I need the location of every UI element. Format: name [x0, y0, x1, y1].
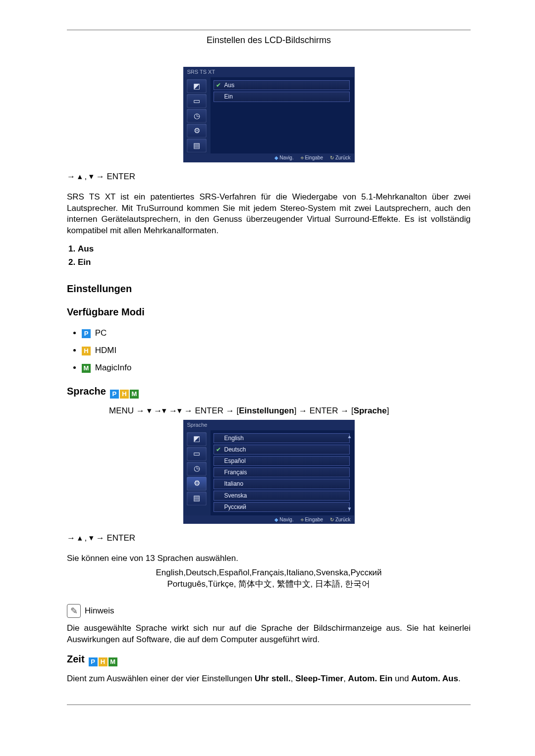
top-rule: [67, 30, 471, 30]
osd-main: ✔English ✔Deutsch ✔Español ✔Français ✔It…: [211, 430, 355, 515]
osd-option: ✔Español: [214, 456, 350, 466]
chip-p-icon: P: [82, 329, 91, 338]
mode-item: P PC: [82, 328, 471, 339]
languages-line: Português,Türkçe, 简体中文, 繁體中文, 日本語, 한국어: [67, 579, 471, 590]
chip-p-icon: P: [89, 657, 98, 666]
srs-option-list: Aus Ein: [67, 244, 471, 268]
zeit-text: Dient zum Auswählen einer der vier Einst…: [67, 673, 471, 685]
osd-srs: SRS TS XT ◩ ▭ ◷ ⚙ ▤ ✔ Aus ✔ Ein ◆ N: [183, 67, 355, 162]
card-icon: ▤: [187, 139, 207, 152]
hinweis-label: Hinweis: [85, 605, 114, 617]
list-item: Ein: [78, 257, 471, 268]
osd-option-label: Aus: [224, 81, 235, 89]
osd-foot-enter: ⎆ Eingabe: [301, 154, 323, 161]
osd-side: ◩ ▭ ◷ ⚙ ▤: [183, 430, 211, 515]
picture-icon: ◩: [187, 79, 207, 93]
card-icon: ▤: [187, 492, 207, 505]
chevron-up-icon: ▲: [347, 433, 353, 440]
osd-title: Sprache: [183, 420, 355, 430]
heading-einstellungen: Einstellungen: [67, 282, 471, 296]
check-icon: ✔: [216, 81, 221, 89]
osd-option: ✔Русский: [214, 502, 350, 512]
heading-modes: Verfügbare Modi: [67, 305, 471, 319]
list-item: Aus: [78, 244, 471, 255]
heading-chips: PHM: [110, 385, 140, 399]
osd-option: ✔English: [214, 433, 350, 443]
check-icon: ✔: [216, 446, 221, 454]
osd-scrollbar: ▲▼: [347, 433, 353, 512]
osd-foot-nav: ◆ Navig.: [274, 154, 294, 161]
osd-option: ✔Français: [214, 467, 350, 477]
picture-icon: ◩: [187, 432, 207, 446]
nav-sequence: → ▴ , ▾ → ENTER: [67, 533, 471, 544]
gear-icon: ⚙: [187, 124, 207, 138]
note-icon: ✎: [67, 604, 81, 618]
bottom-rule: [67, 705, 471, 705]
nav-sequence: → ▴ , ▾ → ENTER: [67, 171, 471, 183]
osd-foot-back: ↻ Zurück: [330, 516, 350, 523]
osd-option-label: Ein: [224, 93, 233, 101]
osd-option: ✔ Ein: [214, 92, 350, 101]
osd-option: ✔Svenska: [214, 491, 350, 501]
hinweis-text: Die ausgewählte Sprache wirkt sich nur a…: [67, 623, 471, 646]
chip-h-icon: H: [120, 390, 129, 399]
osd-foot-nav: ◆ Navig.: [274, 516, 294, 523]
osd-foot-enter: ⎆ Eingabe: [301, 516, 323, 523]
mode-label: MagicInfo: [95, 363, 132, 372]
srs-description: SRS TS XT ist ein patentiertes SRS-Verfa…: [67, 192, 471, 237]
chip-p-icon: P: [110, 390, 119, 399]
osd-footer: ◆ Navig. ⎆ Eingabe ↻ Zurück: [183, 153, 355, 162]
chip-h-icon: H: [99, 657, 107, 666]
chip-m-icon: M: [82, 364, 91, 373]
mode-list: P PC H HDMI M MagicInfo: [67, 328, 471, 374]
osd-title: SRS TS XT: [183, 67, 355, 77]
menu-path: MENU → ▾ →▾ →▾ → ENTER → [Einstellungen]…: [109, 405, 471, 417]
sound-icon: ▭: [187, 447, 207, 461]
sprache-select-text: Sie können eine von 13 Sprachen auswähle…: [67, 553, 471, 564]
osd-side: ◩ ▭ ◷ ⚙ ▤: [183, 77, 211, 153]
languages-line: English,Deutsch,Español,Français,Italian…: [67, 567, 471, 579]
heading-sprache: Sprache PHM: [67, 385, 471, 399]
chevron-down-icon: ▼: [347, 505, 353, 512]
mode-item: H HDMI: [82, 345, 471, 356]
osd-sprache: Sprache ◩ ▭ ◷ ⚙ ▤ ✔English ✔Deutsch ✔Esp…: [183, 420, 355, 524]
mode-label: PC: [95, 328, 107, 338]
chip-h-icon: H: [82, 347, 91, 355]
mode-label: HDMI: [95, 346, 116, 355]
heading-zeit: Zeit PHM: [67, 653, 471, 666]
clock-icon: ◷: [187, 109, 207, 123]
gear-icon: ⚙: [187, 477, 207, 491]
osd-main: ✔ Aus ✔ Ein: [211, 77, 355, 153]
page-header: Einstellen des LCD-Bildschirms: [67, 34, 471, 46]
chip-m-icon: M: [108, 657, 117, 666]
osd-foot-back: ↻ Zurück: [330, 154, 350, 161]
osd-footer: ◆ Navig. ⎆ Eingabe ↻ Zurück: [183, 515, 355, 524]
osd-option: ✔Deutsch: [214, 445, 350, 454]
osd-option: ✔ Aus: [214, 80, 350, 90]
languages-block: English,Deutsch,Español,Français,Italian…: [67, 567, 471, 590]
sound-icon: ▭: [187, 94, 207, 108]
hinweis-heading: ✎ Hinweis: [67, 604, 471, 618]
heading-chips: PHM: [89, 653, 118, 666]
osd-option: ✔Italiano: [214, 479, 350, 489]
mode-item: M MagicInfo: [82, 362, 471, 374]
chip-m-icon: M: [130, 390, 139, 399]
clock-icon: ◷: [187, 462, 207, 476]
